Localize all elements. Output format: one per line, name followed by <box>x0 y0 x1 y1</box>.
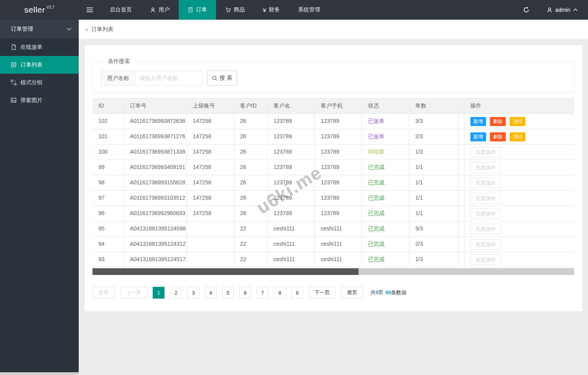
cell-order-no: A04131681395124517 <box>124 252 187 267</box>
cell-customer-name: 123789 <box>268 145 315 160</box>
content-card: 条件搜索 用户名称 搜 索 ID 订单号 上级账号 <box>85 45 582 311</box>
table-row: 99 A01161736993409151 147258 26 123789 1… <box>92 160 574 175</box>
menu-collapse-button[interactable] <box>79 0 101 20</box>
refresh-icon <box>523 6 530 13</box>
no-action-button: 无需操作 <box>470 147 501 158</box>
page-button-5[interactable]: 5 <box>222 287 234 299</box>
search-panel: 条件搜索 用户名称 搜 索 <box>92 58 574 93</box>
page-button-2[interactable]: 2 <box>170 287 182 299</box>
cell-count: 1/3 <box>409 145 459 160</box>
first-page-button: 首页 <box>92 287 115 299</box>
page-button-8[interactable]: 8 <box>274 287 286 299</box>
cell-customer-name: 123789 <box>268 175 315 190</box>
cell-gap <box>459 129 464 144</box>
cell-customer-phone: 123789 <box>315 206 362 221</box>
pagination: 首页上一页123456789下一页尾页 共9页90条数据 <box>92 287 574 299</box>
add-button[interactable]: 新增 <box>470 132 486 141</box>
image-icon <box>11 97 17 103</box>
nav-item-label: 商品 <box>234 6 245 13</box>
page-button-9[interactable]: 9 <box>291 287 303 299</box>
cell-customer-name: 123789 <box>268 114 315 129</box>
no-action-button: 无需操作 <box>470 193 501 204</box>
delete-button[interactable]: 删除 <box>490 132 506 141</box>
page-title: 订单列表 <box>91 26 113 33</box>
cell-customer-phone: 123789 <box>315 191 362 206</box>
sidebar-item-mode-group[interactable]: 模式分组 <box>0 74 79 91</box>
cell-id: 100 <box>92 145 124 160</box>
cell-order-no: A04131681395124312 <box>124 237 187 252</box>
table-row: 102 A01161736993872636 147258 26 123789 … <box>92 114 574 129</box>
cell-count: 1/1 <box>409 191 459 206</box>
cell-parent-account <box>187 237 234 252</box>
yen-icon: ¥ <box>263 7 266 13</box>
cell-status: 已完成 <box>362 221 409 236</box>
list-icon <box>11 62 17 68</box>
cell-status: 已完成 <box>362 206 409 221</box>
col-header-order-no: 订单号 <box>124 98 187 113</box>
freeze-button[interactable]: 冻结 <box>510 117 525 126</box>
cell-status: 待结算 <box>362 145 409 160</box>
cell-count: 1/1 <box>409 206 459 221</box>
cell-customer-id: 22 <box>234 252 268 267</box>
page-button-4[interactable]: 4 <box>205 287 216 299</box>
nav-item-goods[interactable]: 商品 <box>216 0 254 20</box>
cell-actions: 无需操作 <box>464 221 574 236</box>
nav-item-home[interactable]: 后台首页 <box>101 0 141 20</box>
cell-gap <box>459 221 464 236</box>
last-page-button[interactable]: 尾页 <box>341 287 363 299</box>
cell-count: 2/3 <box>409 129 459 144</box>
nav-item-finance[interactable]: ¥ 财务 <box>254 0 289 20</box>
horizontal-scrollbar[interactable] <box>92 268 574 275</box>
next-page-button[interactable]: 下一页 <box>309 287 336 299</box>
cell-parent-account: 147258 <box>187 129 234 144</box>
nav-item-users[interactable]: 用户 <box>141 0 179 20</box>
scrollbar-thumb[interactable] <box>92 268 359 275</box>
add-button[interactable]: 新增 <box>470 117 486 126</box>
cell-parent-account: 147258 <box>187 175 234 190</box>
no-action-button: 无需操作 <box>470 162 501 173</box>
nav-item-label: 后台首页 <box>110 6 132 13</box>
cell-gap <box>459 114 464 129</box>
chevron-down-icon <box>67 28 72 31</box>
page-button-3[interactable]: 3 <box>187 287 199 299</box>
cell-actions: 无需操作 <box>464 252 574 267</box>
cell-parent-account <box>187 221 234 236</box>
page-button-1[interactable]: 1 <box>153 287 165 299</box>
search-button[interactable]: 搜 索 <box>207 71 237 85</box>
cell-order-no: A04131681395124598 <box>124 221 187 236</box>
table-header-row: ID 订单号 上级账号 客户ID 客户名 客户手机 状态 单数 操作 <box>92 98 574 114</box>
cell-count: 1/1 <box>409 160 459 175</box>
col-header-parent-account: 上级账号 <box>187 98 234 113</box>
username-input[interactable] <box>135 71 202 85</box>
cell-customer-name: 123789 <box>268 129 315 144</box>
page-button-6[interactable]: 6 <box>239 287 251 299</box>
summary-part3: 条数据 <box>391 290 407 295</box>
cell-customer-phone: 123789 <box>315 175 362 190</box>
sidebar-item-order-list[interactable]: 订单列表 <box>0 56 79 74</box>
cell-customer-id: 26 <box>234 206 268 221</box>
sidebar-item-online-dispatch[interactable]: 在线派单 <box>0 38 79 56</box>
cell-parent-account: 147258 <box>187 191 234 206</box>
sidebar-item-popup-image[interactable]: 弹窗图片 <box>0 91 79 109</box>
summary-part1: 共 <box>370 290 375 295</box>
cell-status: 已完成 <box>362 191 409 206</box>
nav-item-orders[interactable]: 订单 <box>179 0 216 20</box>
user-avatar-icon <box>547 7 553 13</box>
table-row: 98 A01161736993155628 147258 26 123789 1… <box>92 175 574 191</box>
sidebar-group-order-management[interactable]: 订单管理 <box>0 20 79 38</box>
table-row: 93 A04131681395124517 22 ceshi111 ceshi1… <box>92 252 574 267</box>
sidebar: 订单管理 在线派单 订单列表 模式分组 弹 <box>0 20 79 375</box>
sidebar-item-label: 在线派单 <box>20 44 43 51</box>
cell-parent-account: 147258 <box>187 206 234 221</box>
user-menu[interactable]: admin <box>536 0 588 20</box>
cell-id: 94 <box>92 237 124 252</box>
page-button-7[interactable]: 7 <box>257 287 268 299</box>
cell-status: 已派单 <box>362 114 409 129</box>
delete-button[interactable]: 删除 <box>490 117 506 126</box>
no-action-button: 无需操作 <box>470 178 501 188</box>
refresh-button[interactable] <box>516 0 536 20</box>
nav-item-system[interactable]: 系统管理 <box>289 0 329 20</box>
cell-customer-phone: 123789 <box>315 160 362 175</box>
freeze-button[interactable]: 冻结 <box>510 132 525 141</box>
nav-item-label: 财务 <box>269 6 280 13</box>
